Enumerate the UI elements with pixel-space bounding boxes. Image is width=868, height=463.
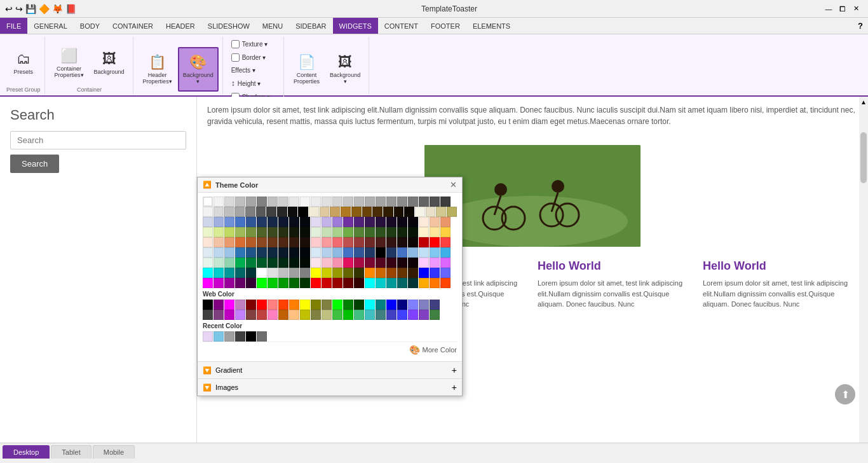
swatch-8-20[interactable] <box>419 278 429 288</box>
web-swatch-1-18[interactable] <box>397 310 407 320</box>
swatch-3-3[interactable] <box>235 227 245 237</box>
content-properties-button[interactable]: 📄 ContentProperties <box>289 47 324 92</box>
swatch-4-21[interactable] <box>430 237 440 247</box>
swatch-8-4[interactable] <box>246 278 256 288</box>
swatch-6-22[interactable] <box>440 258 451 268</box>
web-swatch-1-1[interactable] <box>214 310 224 320</box>
web-swatch-0-6[interactable] <box>268 300 278 310</box>
swatch-4-9[interactable] <box>300 237 310 247</box>
menu-item-header[interactable]: HEADER <box>159 18 201 34</box>
swatch-8-16[interactable] <box>376 278 386 288</box>
swatch-5-15[interactable] <box>365 247 375 258</box>
web-swatch-0-16[interactable] <box>376 300 386 310</box>
swatch-0-16[interactable] <box>376 197 386 207</box>
swatch-7-6[interactable] <box>268 268 278 278</box>
swatch-8-3[interactable] <box>235 278 245 288</box>
swatch-2-13[interactable] <box>343 217 353 227</box>
swatch-1-23[interactable] <box>447 207 457 217</box>
swatch-2-6[interactable] <box>268 217 278 227</box>
content-background-button[interactable]: 🖼 Background▾ <box>325 47 365 92</box>
swatch-8-10[interactable] <box>311 278 321 288</box>
recent-swatch-2[interactable] <box>224 331 234 342</box>
swatch-2-4[interactable] <box>246 217 256 227</box>
swatch-2-12[interactable] <box>332 217 342 227</box>
swatch-3-11[interactable] <box>322 227 332 237</box>
images-expand-icon[interactable]: + <box>452 382 457 392</box>
web-swatch-0-18[interactable] <box>397 300 407 310</box>
swatch-3-0[interactable] <box>203 227 213 237</box>
swatch-2-10[interactable] <box>311 217 321 227</box>
swatch-6-4[interactable] <box>246 258 256 268</box>
swatch-6-21[interactable] <box>430 258 440 268</box>
swatch-6-6[interactable] <box>268 258 278 268</box>
tab-mobile[interactable]: Mobile <box>93 445 135 459</box>
swatch-8-6[interactable] <box>268 278 278 288</box>
web-swatch-0-13[interactable] <box>343 300 353 310</box>
swatch-7-7[interactable] <box>278 268 288 278</box>
swatch-8-18[interactable] <box>397 278 407 288</box>
images-header[interactable]: 🔽 Images + <box>198 379 462 396</box>
border-checkbox[interactable] <box>231 53 240 62</box>
swatch-2-3[interactable] <box>235 217 245 227</box>
web-swatch-0-5[interactable] <box>257 300 267 310</box>
menu-item-file[interactable]: FILE <box>0 18 27 34</box>
search-input[interactable] <box>10 131 186 149</box>
swatch-3-8[interactable] <box>289 227 299 237</box>
swatch-7-2[interactable] <box>224 268 234 278</box>
swatch-4-11[interactable] <box>322 237 332 247</box>
web-swatch-1-14[interactable] <box>354 310 364 320</box>
recent-swatch-0[interactable] <box>203 331 213 342</box>
web-swatch-1-11[interactable] <box>322 310 332 320</box>
swatch-2-7[interactable] <box>278 217 288 227</box>
swatch-4-1[interactable] <box>214 237 224 247</box>
swatch-5-7[interactable] <box>278 247 288 258</box>
swatch-5-14[interactable] <box>354 247 364 258</box>
web-swatch-0-2[interactable] <box>224 300 234 310</box>
web-swatch-0-11[interactable] <box>322 300 332 310</box>
swatch-6-5[interactable] <box>257 258 267 268</box>
web-swatch-0-3[interactable] <box>235 300 245 310</box>
swatch-0-15[interactable] <box>365 197 375 207</box>
web-swatch-1-19[interactable] <box>408 310 418 320</box>
swatch-0-19[interactable] <box>408 197 418 207</box>
scroll-up-button[interactable]: ▲ <box>859 97 868 107</box>
swatch-5-22[interactable] <box>440 247 451 258</box>
swatch-7-14[interactable] <box>354 268 364 278</box>
swatch-1-11[interactable] <box>320 207 330 217</box>
swatch-7-5[interactable] <box>257 268 267 278</box>
swatch-7-8[interactable] <box>289 268 299 278</box>
maximize-button[interactable]: ⧠ <box>836 3 849 15</box>
swatch-8-14[interactable] <box>354 278 364 288</box>
color-picker-close[interactable]: ✕ <box>450 180 457 190</box>
gradient-header[interactable]: 🔽 Gradient + <box>198 362 462 378</box>
swatch-6-16[interactable] <box>376 258 386 268</box>
swatch-2-15[interactable] <box>365 217 375 227</box>
web-swatch-0-15[interactable] <box>365 300 375 310</box>
swatch-0-6[interactable] <box>268 197 278 207</box>
web-swatch-0-0[interactable] <box>203 300 213 310</box>
swatch-5-2[interactable] <box>224 247 234 258</box>
swatch-3-13[interactable] <box>343 227 353 237</box>
swatch-6-0[interactable] <box>203 258 213 268</box>
swatch-8-15[interactable] <box>365 278 375 288</box>
web-swatch-1-4[interactable] <box>246 310 256 320</box>
swatch-0-22[interactable] <box>440 197 451 207</box>
swatch-0-17[interactable] <box>386 197 397 207</box>
swatch-2-19[interactable] <box>408 217 418 227</box>
swatch-5-4[interactable] <box>246 247 256 258</box>
swatch-4-22[interactable] <box>440 237 451 247</box>
swatch-3-22[interactable] <box>440 227 451 237</box>
swatch-4-6[interactable] <box>268 237 278 247</box>
swatch-0-12[interactable] <box>332 197 342 207</box>
swatch-5-18[interactable] <box>397 247 407 258</box>
swatch-0-8[interactable] <box>289 197 299 207</box>
height-button[interactable]: ↕ Height ▾ <box>227 77 281 90</box>
swatch-2-8[interactable] <box>289 217 299 227</box>
save-icon[interactable]: 💾 <box>25 4 36 14</box>
swatch-4-13[interactable] <box>343 237 353 247</box>
swatch-1-15[interactable] <box>362 207 372 217</box>
swatch-1-13[interactable] <box>341 207 351 217</box>
swatch-5-3[interactable] <box>235 247 245 258</box>
web-swatch-1-20[interactable] <box>419 310 429 320</box>
web-swatch-0-9[interactable] <box>300 300 310 310</box>
